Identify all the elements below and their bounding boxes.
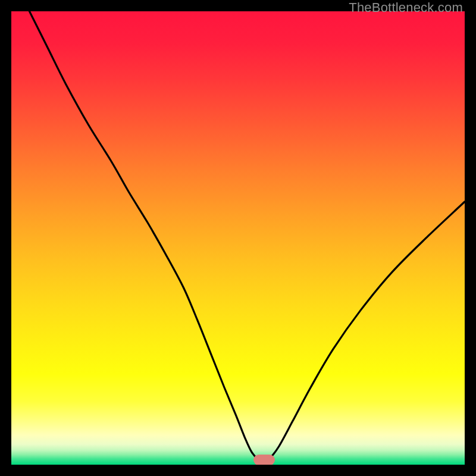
bottleneck-curve [11, 11, 465, 465]
optimal-zone-marker [253, 455, 275, 465]
chart-frame: TheBottleneck.com [0, 0, 476, 476]
plot-area [11, 11, 465, 465]
watermark-text: TheBottleneck.com [349, 0, 463, 15]
